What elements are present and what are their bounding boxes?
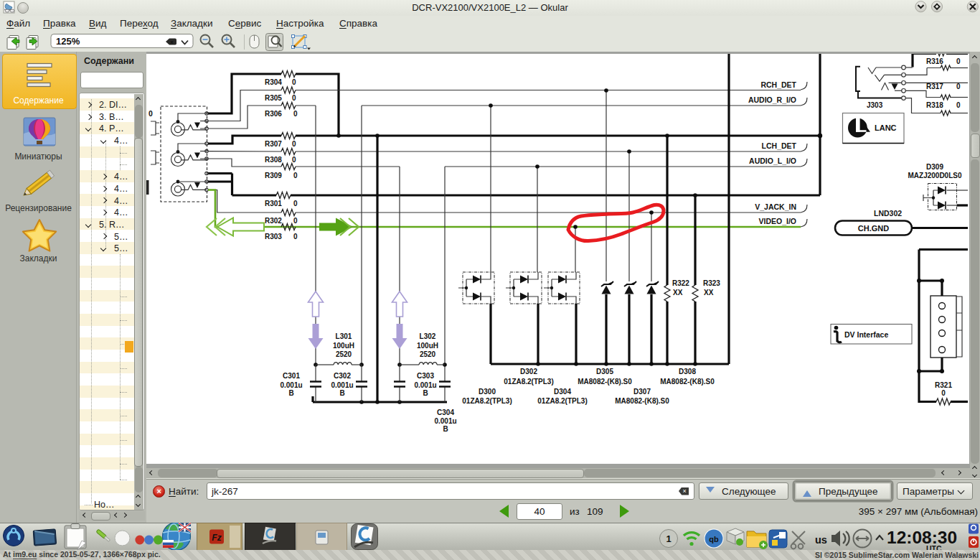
svg-text:LCH_DET: LCH_DET — [762, 141, 797, 150]
svg-text:RCH_DET: RCH_DET — [760, 80, 796, 89]
svg-text:L302: L302 — [420, 332, 436, 340]
svg-text:MA8082-(K8).S0: MA8082-(K8).S0 — [578, 378, 632, 386]
svg-text:0: 0 — [956, 83, 961, 90]
svg-text:B: B — [423, 389, 428, 397]
svg-text:VIDEO_I/O: VIDEO_I/O — [758, 217, 796, 225]
svg-text:R302: R302 — [265, 217, 282, 225]
svg-text:0: 0 — [149, 109, 153, 118]
svg-text:0: 0 — [293, 217, 298, 225]
svg-text:0: 0 — [956, 57, 961, 65]
svg-text:R303: R303 — [265, 233, 282, 241]
svg-text:R306: R306 — [265, 110, 282, 118]
svg-text:1: 1 — [666, 533, 671, 544]
svg-text:C302: C302 — [334, 372, 351, 380]
svg-text:0: 0 — [292, 78, 296, 86]
svg-text:R322: R322 — [672, 279, 689, 287]
svg-text:UTC: UTC — [926, 544, 942, 550]
svg-text:D307: D307 — [633, 388, 651, 396]
svg-text:2520: 2520 — [420, 350, 436, 358]
svg-text:0: 0 — [941, 389, 946, 397]
svg-text:MAZJ200D0LS0: MAZJ200D0LS0 — [908, 172, 961, 179]
svg-text:R305: R305 — [265, 94, 282, 102]
svg-text:0: 0 — [293, 233, 298, 241]
svg-text:us: us — [815, 534, 827, 546]
svg-text:Fz: Fz — [212, 533, 221, 543]
svg-text:CH.GND: CH.GND — [858, 224, 889, 233]
svg-text:D309: D309 — [926, 163, 943, 171]
svg-text:qb: qb — [709, 535, 719, 543]
svg-text:MA8082-(K8).S0: MA8082-(K8).S0 — [615, 397, 669, 405]
svg-text:B: B — [443, 425, 448, 433]
svg-text:0: 0 — [292, 156, 296, 164]
svg-text:0: 0 — [293, 200, 298, 207]
svg-text:AUDIO_L_I/O: AUDIO_L_I/O — [749, 157, 796, 165]
svg-text:01ZA8.2(TPL3): 01ZA8.2(TPL3) — [462, 397, 512, 405]
svg-text:0: 0 — [293, 110, 298, 118]
svg-text:XX: XX — [704, 289, 714, 297]
svg-text:100uH: 100uH — [417, 342, 438, 350]
svg-text:R308: R308 — [265, 156, 282, 164]
svg-text:LANC: LANC — [875, 123, 897, 132]
svg-text:R318: R318 — [926, 101, 943, 109]
svg-text:2520: 2520 — [336, 350, 352, 358]
svg-text:DV Interface: DV Interface — [844, 330, 888, 339]
svg-text:D308: D308 — [679, 368, 696, 375]
svg-text:0.001u: 0.001u — [331, 381, 353, 389]
svg-text:J303: J303 — [867, 101, 883, 109]
svg-text:D300: D300 — [479, 388, 496, 396]
svg-text:R304: R304 — [265, 78, 282, 86]
svg-text:AUDIO_R_I/O: AUDIO_R_I/O — [748, 95, 796, 104]
svg-text:XX: XX — [673, 289, 683, 297]
svg-text:0: 0 — [293, 172, 298, 179]
svg-text:B: B — [288, 389, 293, 397]
svg-text:100uH: 100uH — [333, 342, 354, 350]
svg-text:C303: C303 — [417, 372, 434, 380]
svg-text:12:08:30: 12:08:30 — [887, 528, 957, 547]
svg-text:R317: R317 — [926, 83, 943, 90]
svg-text:0: 0 — [292, 140, 296, 148]
svg-text:0.001u: 0.001u — [280, 381, 302, 389]
svg-text:LND302: LND302 — [874, 209, 902, 218]
svg-text:0: 0 — [956, 101, 961, 109]
svg-text:B: B — [339, 389, 344, 397]
svg-text:C301: C301 — [283, 372, 300, 380]
svg-text:R301: R301 — [265, 200, 282, 207]
svg-text:D304: D304 — [554, 388, 571, 396]
svg-text:D302: D302 — [520, 368, 537, 375]
svg-text:01ZA8.2(TPL3): 01ZA8.2(TPL3) — [537, 397, 587, 405]
svg-text:C304: C304 — [437, 409, 454, 416]
svg-text:0: 0 — [292, 94, 296, 102]
svg-text:x: x — [170, 39, 174, 45]
svg-text:R323: R323 — [703, 279, 720, 287]
svg-text:R321: R321 — [935, 381, 952, 389]
svg-text:V_JACK_IN: V_JACK_IN — [755, 202, 796, 211]
svg-text:D305: D305 — [596, 368, 613, 375]
svg-text:0.001u: 0.001u — [434, 417, 456, 425]
svg-text:R309: R309 — [265, 172, 282, 179]
svg-text:L301: L301 — [336, 332, 352, 340]
svg-text:MA8082-(K8).S0: MA8082-(K8).S0 — [660, 378, 715, 386]
svg-text:R316: R316 — [926, 57, 943, 65]
svg-text:01ZA8.2(TPL3): 01ZA8.2(TPL3) — [504, 378, 553, 386]
svg-text:0.001u: 0.001u — [414, 381, 436, 389]
svg-text:R307: R307 — [265, 140, 282, 148]
